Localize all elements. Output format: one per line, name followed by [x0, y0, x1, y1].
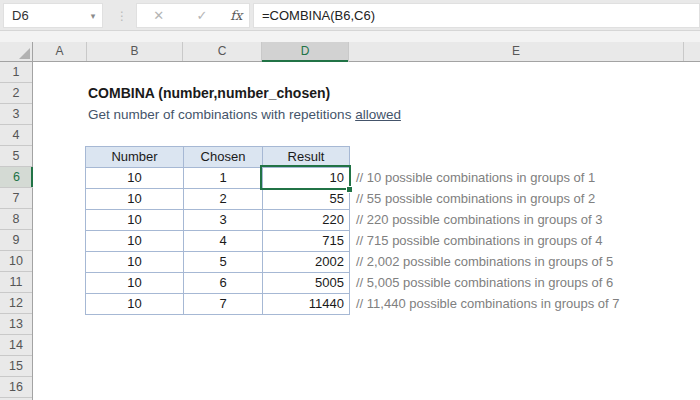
cell-d7[interactable]: 55 [263, 189, 350, 210]
table-header-chosen[interactable]: Chosen [184, 147, 263, 168]
col-header-c[interactable]: C [183, 42, 262, 61]
row-header-12[interactable]: 12 [0, 293, 32, 314]
cell-b7[interactable]: 10 [86, 189, 184, 210]
col-header-b[interactable]: B [87, 42, 183, 61]
comment-e6[interactable]: // 10 possible combinations in groups of… [356, 167, 595, 188]
row-header-8[interactable]: 8 [0, 209, 32, 230]
fill-handle[interactable] [346, 186, 353, 193]
table-header-result[interactable]: Result [263, 147, 350, 168]
row-header-16[interactable]: 16 [0, 377, 32, 398]
cancel-button[interactable]: ✕ [144, 8, 174, 23]
row-header-5[interactable]: 5 [0, 146, 32, 167]
row-header-1[interactable]: 1 [0, 62, 32, 83]
cell-c6[interactable]: 1 [184, 168, 263, 189]
formula-input[interactable]: =COMBINA(B6,C6) [253, 3, 700, 28]
cell-d9[interactable]: 715 [263, 231, 350, 252]
formula-bar-gap [0, 31, 700, 42]
col-header-d[interactable]: D [262, 42, 349, 62]
cell-b12[interactable]: 10 [86, 294, 184, 315]
name-box[interactable]: D6 ▾ [3, 3, 103, 28]
subtitle-underlined-word: allowed [355, 107, 401, 122]
page-title: COMBINA (number,number_chosen) [88, 83, 330, 104]
column-headers: A B C D E [0, 42, 700, 62]
cell-b6[interactable]: 10 [86, 168, 184, 189]
cell-d12[interactable]: 11440 [263, 294, 350, 315]
formula-bar-buttons: ✕ ✓ fx [136, 3, 250, 28]
comment-e8[interactable]: // 220 possible combinations in groups o… [356, 209, 602, 230]
name-box-dropdown-icon[interactable]: ▾ [84, 11, 102, 21]
row-header-4[interactable]: 4 [0, 125, 32, 146]
cell-d11[interactable]: 5005 [263, 273, 350, 294]
data-table: Number Chosen Result 10 1 10 10 2 55 10 … [85, 146, 350, 315]
select-all-triangle-icon [19, 48, 30, 59]
subtitle-text: Get number of combinations with repetiti… [88, 107, 355, 122]
cell-b8[interactable]: 10 [86, 210, 184, 231]
cell-c12[interactable]: 7 [184, 294, 263, 315]
spreadsheet-window: D6 ▾ ⋮ ✕ ✓ fx =COMBINA(B6,C6) A B C D E … [0, 0, 700, 400]
cell-d10[interactable]: 2002 [263, 252, 350, 273]
row-header-15[interactable]: 15 [0, 356, 32, 377]
row-header-7[interactable]: 7 [0, 188, 32, 209]
col-header-f-stub[interactable] [684, 42, 700, 61]
cell-c7[interactable]: 2 [184, 189, 263, 210]
row-header-2[interactable]: 2 [0, 83, 32, 104]
cell-d6-selected[interactable]: 10 [263, 168, 350, 189]
comment-e12[interactable]: // 11,440 possible combinations in group… [356, 293, 620, 314]
cell-b10[interactable]: 10 [86, 252, 184, 273]
cell-b11[interactable]: 10 [86, 273, 184, 294]
cell-c9[interactable]: 4 [184, 231, 263, 252]
cell-b9[interactable]: 10 [86, 231, 184, 252]
name-box-cell-reference[interactable]: D6 [4, 8, 84, 23]
row-header-9[interactable]: 9 [0, 230, 32, 251]
row-headers: 1 2 3 4 5 6 7 8 9 10 11 12 13 14 15 16 [0, 62, 33, 400]
comment-e10[interactable]: // 2,002 possible combinations in groups… [356, 251, 613, 272]
cell-c8[interactable]: 3 [184, 210, 263, 231]
table-header-number[interactable]: Number [86, 147, 184, 168]
formula-bar: D6 ▾ ⋮ ✕ ✓ fx =COMBINA(B6,C6) [0, 0, 700, 31]
cell-c10[interactable]: 5 [184, 252, 263, 273]
page-subtitle: Get number of combinations with repetiti… [88, 104, 401, 125]
col-header-e[interactable]: E [349, 42, 684, 61]
row-header-10[interactable]: 10 [0, 251, 32, 272]
row-header-6[interactable]: 6 [0, 167, 33, 188]
comment-e11[interactable]: // 5,005 possible combinations in groups… [356, 272, 613, 293]
comment-e7[interactable]: // 55 possible combinations in groups of… [356, 188, 595, 209]
comment-e9[interactable]: // 715 possible combinations in groups o… [356, 230, 602, 251]
col-header-a[interactable]: A [33, 42, 87, 61]
select-all-button[interactable] [0, 42, 33, 61]
row-header-11[interactable]: 11 [0, 272, 32, 293]
cell-c11[interactable]: 6 [184, 273, 263, 294]
row-header-13[interactable]: 13 [0, 314, 32, 335]
enter-button[interactable]: ✓ [187, 8, 217, 23]
cell-d8[interactable]: 220 [263, 210, 350, 231]
row-header-14[interactable]: 14 [0, 335, 32, 356]
formula-bar-separator-icon: ⋮ [116, 3, 128, 28]
insert-function-button[interactable]: fx [230, 8, 242, 23]
formula-text: =COMBINA(B6,C6) [254, 8, 375, 23]
row-header-3[interactable]: 3 [0, 104, 32, 125]
